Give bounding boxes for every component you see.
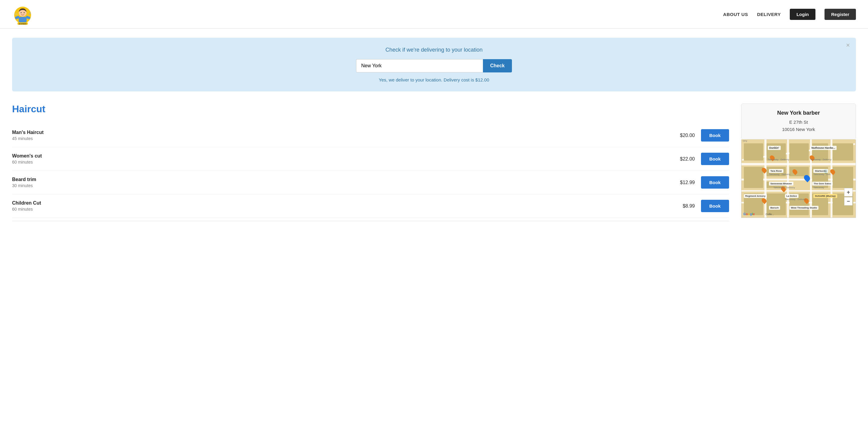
service-info-2: Beard trim 30 minutes: [12, 177, 674, 188]
zoom-out-button[interactable]: −: [844, 197, 852, 205]
map-text-delivery8: very: [743, 139, 747, 142]
service-duration-2: 30 minutes: [12, 183, 674, 188]
service-list: Man's Haircut 45 minutes $20.00 Book Wom…: [12, 124, 729, 218]
map-zoom-controls: + −: [844, 188, 852, 205]
location-address: E 27th St 10016 New York: [747, 118, 849, 133]
nav-delivery[interactable]: DELIVERY: [757, 12, 781, 17]
service-price-0: $20.00: [674, 133, 695, 138]
map-text-delivery7: Takeaway · Delivery: [785, 198, 806, 201]
check-button[interactable]: Check: [483, 59, 512, 72]
delivery-banner: × Check if we're delivering to your loca…: [12, 38, 856, 92]
service-item: Man's Haircut 45 minutes $20.00 Book: [12, 124, 729, 147]
login-button[interactable]: Login: [790, 9, 815, 20]
book-button-1[interactable]: Book: [701, 153, 730, 165]
svg-rect-1: [19, 17, 27, 22]
location-city: 10016 New York: [782, 127, 815, 132]
map-label-tara: Tara Rose: [769, 169, 783, 173]
service-name-3: Children Cut: [12, 200, 674, 206]
map-container[interactable]: Dunkin' Nuthouse Hardw... Tara Rose Star…: [741, 139, 856, 218]
nav-about-us[interactable]: ABOUT US: [723, 12, 748, 17]
map-background: Dunkin' Nuthouse Hardw... Tara Rose Star…: [741, 139, 856, 217]
service-duration-1: 60 minutes: [12, 160, 674, 165]
map-label-dunkin: Dunkin': [768, 146, 781, 150]
map-label-starbucks: Starbucks: [813, 169, 828, 173]
map-label-laDelice: La Delice: [785, 194, 799, 198]
services-section: Haircut Man's Haircut 45 minutes $20.00 …: [12, 103, 729, 221]
map-text-delivery6: Takeaway: [813, 186, 824, 189]
map-label-gem: The Gem Saloc: [812, 182, 833, 185]
book-button-0[interactable]: Book: [701, 129, 730, 141]
map-college-text: Colle...: [766, 213, 774, 216]
book-button-3[interactable]: Book: [701, 200, 730, 212]
svg-rect-9: [14, 13, 18, 15]
service-item: Children Cut 60 minutes $8.99 Book: [12, 194, 729, 218]
map-label-saravanaa: Saravanaa Bhavan: [769, 182, 794, 185]
map-text-delivery4: Takeaway · Deli...: [813, 173, 832, 176]
map-label-regiment: Regiment Armory: [744, 194, 767, 198]
register-button[interactable]: Register: [825, 9, 856, 20]
delivery-result-text: Yes, we deliver to your location. Delive…: [24, 77, 844, 82]
svg-point-3: [21, 12, 22, 13]
location-name: New York barber: [747, 110, 849, 116]
location-input[interactable]: [356, 59, 483, 72]
map-text-delivery5: Takeaway · Delivery: [773, 186, 795, 189]
service-info-0: Man's Haircut 45 minutes: [12, 130, 674, 141]
logo-container: BARBER: [12, 4, 33, 25]
close-banner-button[interactable]: ×: [846, 42, 850, 48]
service-info-1: Women's cut 60 minutes: [12, 153, 674, 165]
service-info-3: Children Cut 60 minutes: [12, 200, 674, 211]
map-text-delivery1: Takeaway · Delivery: [768, 158, 789, 161]
location-section: New York barber E 27th St 10016 New York: [741, 103, 856, 221]
map-text-delivery3: Takeaway · Delivery: [769, 173, 790, 176]
delivery-banner-title: Check if we're delivering to your locati…: [24, 47, 844, 53]
google-logo: Google: [743, 212, 755, 216]
logo-svg: BARBER: [12, 4, 33, 25]
section-title: Haircut: [12, 103, 729, 115]
main-content: Haircut Man's Haircut 45 minutes $20.00 …: [0, 92, 868, 233]
map-text-delivery2: Takeaway · Delivery: [810, 158, 832, 161]
service-duration-3: 60 minutes: [12, 207, 674, 211]
map-label-baruch: Baruch: [769, 206, 780, 210]
map-label-wow: Wow Threading Studio: [789, 206, 819, 210]
barber-logo: BARBER: [12, 4, 33, 25]
map-label-nuthouse: Nuthouse Hardw...: [810, 146, 837, 150]
site-header: BARBER ABOUT US DELIVERY Login Register: [0, 0, 868, 29]
location-street: E 27th St: [789, 120, 808, 125]
service-item: Beard trim 30 minutes $12.99 Book: [12, 171, 729, 194]
service-price-3: $8.99: [674, 203, 695, 209]
service-name-1: Women's cut: [12, 153, 674, 159]
zoom-in-button[interactable]: +: [844, 188, 852, 197]
book-button-2[interactable]: Book: [701, 176, 730, 189]
service-duration-0: 45 minutes: [12, 136, 674, 141]
delivery-input-row: Check: [24, 59, 844, 72]
main-nav: ABOUT US DELIVERY Login Register: [723, 9, 856, 20]
service-item: Women's cut 60 minutes $22.00 Book: [12, 147, 729, 171]
location-card: New York barber E 27th St 10016 New York: [741, 103, 856, 139]
service-name-0: Man's Haircut: [12, 130, 674, 135]
map-label-sugare: SUGARE (Murray): [813, 194, 837, 198]
service-name-2: Beard trim: [12, 177, 674, 182]
svg-point-4: [24, 12, 25, 13]
service-price-2: $12.99: [674, 180, 695, 185]
svg-text:BARBER: BARBER: [19, 23, 27, 25]
service-price-1: $22.00: [674, 156, 695, 162]
